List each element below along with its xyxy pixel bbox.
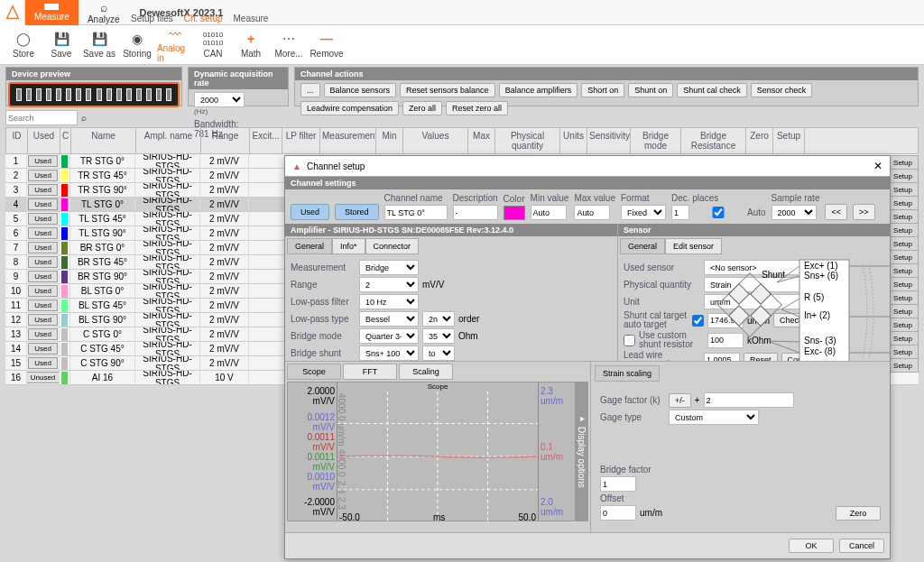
action-reset-sensors-balance[interactable]: Reset sensors balance [400,83,495,97]
col-lp-filter[interactable]: LP filter [282,128,320,153]
col-zero[interactable]: Zero [746,128,773,153]
col-id[interactable]: ID [6,128,28,153]
tab-edit-sensor[interactable]: Edit sensor [665,238,722,254]
can-button[interactable]: 0101001010CAN [195,27,231,63]
gage-type-select[interactable]: Custom [669,410,759,425]
tab-general-amp[interactable]: General [287,238,332,254]
col-sensitivity[interactable]: Sensitivity [587,128,631,153]
action-balance-sensors[interactable]: Balance sensors [324,83,397,97]
setup-button[interactable]: Setup [887,169,919,183]
max-value-input[interactable] [574,205,610,220]
setup-button[interactable]: Setup [887,155,919,170]
search-input[interactable] [5,110,78,125]
dec-places-input[interactable] [671,205,689,220]
use-custom-checkbox[interactable] [624,335,635,346]
setup-button[interactable]: Setup [887,250,919,264]
setup-button[interactable]: Setup [887,263,919,278]
auto-checkbox[interactable] [691,207,745,218]
bridge-shunt-select[interactable]: Sns+ 100 kOhm [359,345,419,361]
col-bridge-resistance[interactable]: Bridge Resistance [681,128,746,153]
col-range[interactable]: Range [201,128,250,153]
gage-sign-button[interactable]: +/- [669,393,691,408]
setup-button[interactable]: Setup [887,290,919,305]
acq-rate-select[interactable]: 2000 [194,92,245,107]
col-name[interactable]: Name [71,128,136,153]
bridge-ohm-select[interactable]: 350 [422,328,455,344]
col-min[interactable]: Min [376,128,403,153]
col-c[interactable]: C [60,128,71,153]
lp-order-select[interactable]: 2nd [422,311,455,327]
subtab-setup-files[interactable]: Setup files [131,14,173,23]
setup-button[interactable]: Setup [887,345,919,359]
col-units[interactable]: Units [560,128,587,153]
min-value-input[interactable] [531,205,567,220]
format-select[interactable]: Fixed [621,205,666,220]
setup-button[interactable]: Setup [887,196,919,210]
storing-button[interactable]: ◉Storing [119,27,155,63]
bridge-factor-input[interactable] [600,476,636,492]
scope-tab[interactable]: Scope [287,364,341,380]
col-values[interactable]: Values [403,128,468,153]
description-input[interactable] [453,205,498,220]
cancel-button[interactable]: Cancel [839,539,884,553]
setup-button[interactable]: Setup [887,236,919,251]
color-swatch[interactable] [504,206,525,220]
scaling-tab[interactable]: Scaling [399,364,453,380]
action-zero-all[interactable]: Zero all [402,101,442,115]
gage-factor-input[interactable] [704,392,794,408]
save-as-button[interactable]: 💾Save as [81,27,117,63]
subtab-ch-setup[interactable]: Ch. setup [184,14,223,23]
col-excit-[interactable]: Excit... [250,128,282,153]
prev-channel-button[interactable]: << [825,204,847,220]
tab-connector[interactable]: Connector [365,238,420,254]
setup-button[interactable]: Setup [887,331,919,345]
shunt-to-select[interactable]: to In+ [422,345,455,361]
tab-measure[interactable]: Measure [25,0,79,25]
action-short-on[interactable]: Short on [581,83,624,97]
stored-toggle[interactable]: Stored [335,204,379,220]
remove-button[interactable]: —Remove [309,27,345,63]
analog-in-button[interactable]: 〰Analog in [157,27,193,63]
zero-button[interactable]: Zero [836,506,881,521]
tab-general-sensor[interactable]: General [620,238,665,254]
next-channel-button[interactable]: >> [853,204,875,220]
col-max[interactable]: Max [468,128,495,153]
tab-analyze[interactable]: ⌕ Analyze [79,0,129,28]
bridge-mode-select[interactable]: Quarter 3-wire [359,328,419,344]
setup-button[interactable]: Setup [887,304,919,318]
display-options-tab[interactable]: ◂ Display options [575,382,587,521]
action-reset-zero-all[interactable]: Reset zero all [446,101,508,115]
ok-button[interactable]: OK [789,539,834,553]
close-icon[interactable]: ✕ [873,160,882,172]
save-button[interactable]: 💾Save [43,27,79,63]
channel-name-input[interactable] [384,205,448,220]
range-select[interactable]: 2 [359,277,419,292]
math-button[interactable]: +Math [233,27,269,63]
col-ampl-name[interactable]: Ampl. name [136,128,201,153]
action-shunt-on[interactable]: Shunt on [628,83,673,97]
setup-button[interactable]: Setup [887,223,919,237]
action-sensor-check[interactable]: Sensor check [751,83,813,97]
strain-scaling-tab[interactable]: Strain scaling [595,365,660,382]
lp-filter-select[interactable]: 10 Hz [359,294,419,309]
col-setup[interactable]: Setup [773,128,805,153]
subtab-measure[interactable]: Measure [234,14,269,23]
setup-button[interactable]: Setup [887,182,919,197]
tab-info[interactable]: Info* [332,238,365,254]
measurement-select[interactable]: Bridge [359,260,419,275]
col-measurement[interactable]: Measurement [320,128,376,153]
col-used[interactable]: Used [28,128,60,153]
setup-button[interactable]: Setup [887,318,919,332]
setup-button[interactable]: Setup [887,277,919,291]
sample-rate-select[interactable]: 2000 [772,205,817,220]
col-bridge-mode[interactable]: Bridge mode [631,128,681,153]
action-leadwire-compensation[interactable]: Leadwire compensation [300,101,399,115]
setup-button[interactable]: Setup [887,209,919,224]
store-button[interactable]: ◯Store [5,27,42,63]
more-button[interactable]: ⋯More... [271,27,307,63]
lp-type-select[interactable]: Bessel [359,311,419,327]
search-icon[interactable]: ⌕ [81,113,87,123]
fft-tab[interactable]: FFT [343,364,397,380]
auto-target-checkbox[interactable] [692,315,704,327]
more-actions-button[interactable]: ... [300,83,320,97]
